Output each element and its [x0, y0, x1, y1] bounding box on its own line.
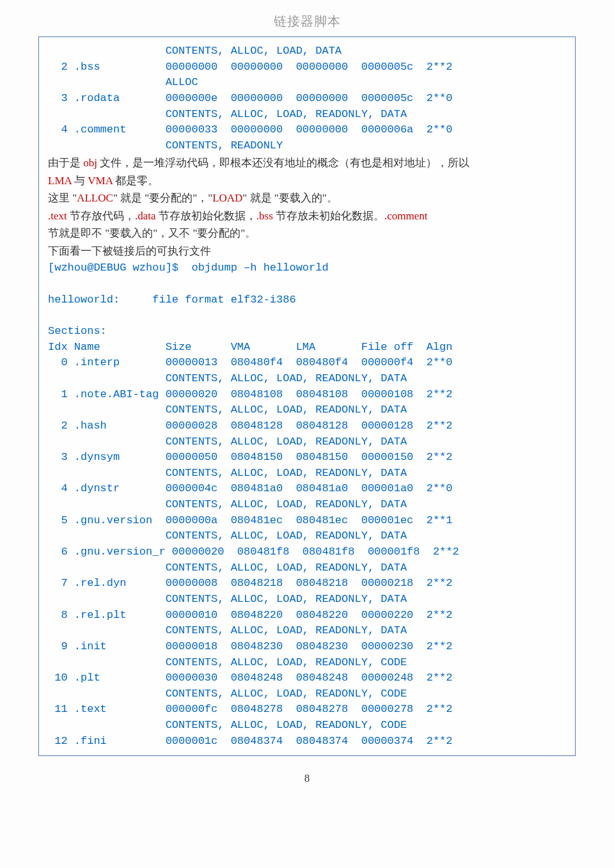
text-span: 节就是即不 "要载入的"，又不 "要分配的"。: [48, 227, 256, 239]
keyword: obj: [83, 157, 97, 169]
keyword: LOAD: [212, 192, 242, 204]
code-line: 3 .dynsym 00000050 08048150 08048150 000…: [48, 450, 566, 466]
code-line: 2 .hash 00000028 08048128 08048128 00000…: [48, 418, 566, 434]
code-line: 8 .rel.plt 00000010 08048220 08048220 00…: [48, 608, 566, 624]
prose-line: 下面看一下被链接后的可执行文件: [48, 243, 566, 260]
text-span: 都是零。: [113, 175, 159, 187]
text-span: 与: [72, 175, 88, 187]
prose-line: 这里 "ALLOC" 就是 "要分配的"，"LOAD" 就是 "要载入的"。: [48, 190, 566, 207]
code-line: CONTENTS, ALLOC, LOAD, READONLY, DATA: [48, 497, 566, 513]
code-line: CONTENTS, ALLOC, LOAD, READONLY, DATA: [48, 528, 566, 544]
text-span: 下面看一下被链接后的可执行文件: [48, 245, 211, 257]
prose-line: LMA 与 VMA 都是零。: [48, 173, 566, 189]
keyword: .bss: [256, 210, 273, 222]
text-span: 由于是: [48, 157, 83, 169]
keyword: ALLOC: [77, 192, 113, 204]
code-line: 0 .interp 00000013 080480f4 080480f4 000…: [48, 355, 566, 371]
code-line: 7 .rel.dyn 00000008 08048218 08048218 00…: [48, 576, 566, 592]
code-line: 10 .plt 00000030 08048248 08048248 00000…: [48, 670, 566, 686]
code-line: CONTENTS, ALLOC, LOAD, READONLY, DATA: [48, 402, 566, 418]
prose-line: .text 节存放代码，.data 节存放初始化数据，.bss 节存放未初始化数…: [48, 208, 566, 225]
code-line: 9 .init 00000018 08048230 08048230 00000…: [48, 639, 566, 655]
code-line: CONTENTS, ALLOC, LOAD, READONLY, DATA: [48, 560, 566, 576]
code-line: [48, 276, 566, 292]
code-line: ALLOC: [48, 75, 566, 91]
keyword: .comment: [384, 210, 428, 222]
code-line: 11 .text 000000fc 08048278 08048278 0000…: [48, 702, 566, 718]
text-span: 节存放初始化数据，: [156, 210, 256, 222]
code-line: CONTENTS, ALLOC, LOAD, READONLY, DATA: [48, 107, 566, 123]
page-number: 8: [38, 772, 576, 785]
code-line: helloworld: file format elf32-i386: [48, 292, 566, 308]
code-line: CONTENTS, ALLOC, LOAD, DATA: [48, 43, 566, 59]
code-line: Sections:: [48, 324, 566, 340]
code-line: 12 .fini 0000001c 08048374 08048374 0000…: [48, 734, 566, 750]
code-line: CONTENTS, ALLOC, LOAD, READONLY, CODE: [48, 718, 566, 734]
code-line: 2 .bss 00000000 00000000 00000000 000000…: [48, 59, 566, 75]
page-container: 链接器脚本 CONTENTS, ALLOC, LOAD, DATA 2 .bss…: [0, 0, 614, 810]
code-line: 3 .rodata 0000000e 00000000 00000000 000…: [48, 91, 566, 107]
code-line: Idx Name Size VMA LMA File off Algn: [48, 340, 566, 356]
code-line: 6 .gnu.version_r 00000020 080481f8 08048…: [48, 544, 566, 560]
code-line: CONTENTS, ALLOC, LOAD, READONLY, DATA: [48, 434, 566, 450]
text-span: " 就是 "要载入的"。: [242, 192, 337, 204]
text-span: 这里 ": [48, 192, 77, 204]
code-line: CONTENTS, ALLOC, LOAD, READONLY, CODE: [48, 686, 566, 702]
keyword: .data: [135, 210, 156, 222]
code-line: CONTENTS, ALLOC, LOAD, READONLY, CODE: [48, 655, 566, 671]
keyword: LMA: [48, 175, 72, 187]
code-line: CONTENTS, READONLY: [48, 138, 566, 154]
prose-line: 节就是即不 "要载入的"，又不 "要分配的"。: [48, 225, 566, 242]
text-span: 节存放代码，: [67, 210, 135, 222]
document-header: 链接器脚本: [38, 13, 576, 30]
code-line: CONTENTS, ALLOC, LOAD, READONLY, DATA: [48, 623, 566, 639]
code-line: 1 .note.ABI-tag 00000020 08048108 080481…: [48, 387, 566, 403]
content-box: CONTENTS, ALLOC, LOAD, DATA 2 .bss 00000…: [38, 36, 576, 756]
prose-line: 由于是 obj 文件，是一堆浮动代码，即根本还没有地址的概念（有也是相对地址），…: [48, 155, 566, 171]
code-line: [wzhou@DEBUG wzhou]$ objdump –h hellowor…: [48, 260, 566, 276]
text-span: 文件，是一堆浮动代码，即根本还没有地址的概念（有也是相对地址），所以: [97, 157, 469, 169]
code-line: 4 .dynstr 0000004c 080481a0 080481a0 000…: [48, 481, 566, 497]
code-line: [48, 308, 566, 324]
code-line: 4 .comment 00000033 00000000 00000000 00…: [48, 122, 566, 138]
text-span: " 就是 "要分配的"，": [113, 192, 212, 204]
code-line: CONTENTS, ALLOC, LOAD, READONLY, DATA: [48, 592, 566, 608]
code-line: CONTENTS, ALLOC, LOAD, READONLY, DATA: [48, 466, 566, 482]
keyword: VMA: [88, 175, 113, 187]
keyword: .text: [48, 210, 67, 222]
code-line: 5 .gnu.version 0000000a 080481ec 080481e…: [48, 513, 566, 529]
text-span: 节存放未初始化数据。: [273, 210, 384, 222]
code-line: CONTENTS, ALLOC, LOAD, READONLY, DATA: [48, 371, 566, 387]
